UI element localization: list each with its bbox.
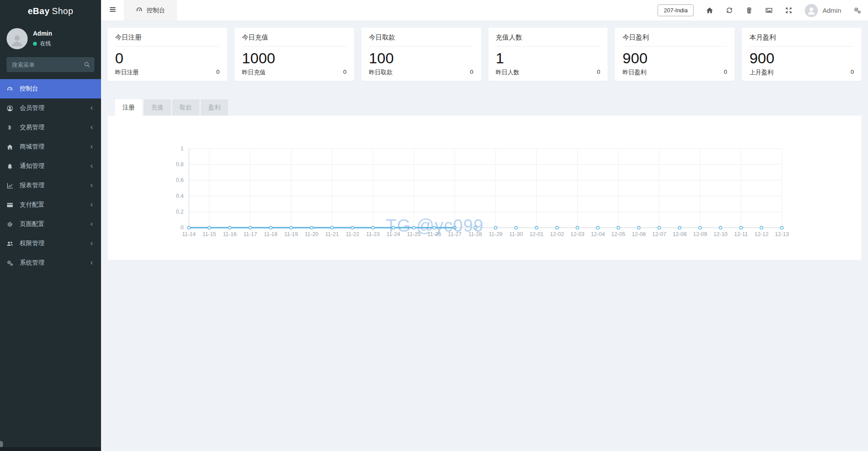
stat-card-title: 今日取款 bbox=[369, 33, 474, 42]
tab-register[interactable]: 注册 bbox=[115, 99, 142, 116]
stat-card-footer-value: 0 bbox=[470, 69, 474, 76]
logo-text-bold: eBay bbox=[28, 6, 50, 16]
sidebar-user-panel: Admin 在线 bbox=[0, 22, 101, 55]
stat-card-title: 本月盈利 bbox=[749, 33, 854, 42]
sidebar-item-label: 商城管理 bbox=[20, 143, 44, 151]
chart-panel: 10.80.60.40.2011-1411-1511-1611-1711-181… bbox=[108, 116, 861, 260]
stat-card-footer-label: 昨日注册 bbox=[115, 69, 139, 76]
svg-text:11-24: 11-24 bbox=[387, 231, 400, 237]
gear-icon bbox=[7, 221, 16, 228]
sidebar-item-transactions[interactable]: 交易管理 bbox=[0, 118, 101, 137]
home-icon[interactable] bbox=[706, 7, 713, 14]
svg-text:12-08: 12-08 bbox=[673, 231, 687, 237]
svg-text:1: 1 bbox=[181, 145, 184, 152]
sidebar-item-label: 会员管理 bbox=[20, 104, 44, 112]
refresh-icon[interactable] bbox=[726, 7, 733, 14]
stat-card-footer-value: 0 bbox=[216, 69, 220, 76]
stat-card-profit-today: 今日盈利900昨日盈利0 bbox=[615, 28, 734, 81]
svg-text:11-23: 11-23 bbox=[366, 231, 380, 237]
dashboard-content: 今日注册0昨日注册0今日充值1000昨日充值0今日取款100昨日取款0充值人数1… bbox=[101, 21, 868, 266]
svg-text:12-07: 12-07 bbox=[652, 231, 666, 237]
admin-dashboard: eBayShop Admin 在线 控制台会员管理交易管理商城管理通知管理报表管… bbox=[0, 0, 868, 451]
stat-card-footer-label: 昨日盈利 bbox=[622, 69, 646, 76]
svg-text:11-27: 11-27 bbox=[448, 231, 462, 237]
svg-text:11-21: 11-21 bbox=[325, 231, 339, 237]
svg-text:12-13: 12-13 bbox=[775, 231, 789, 237]
stat-card-title: 今日充值 bbox=[242, 33, 347, 42]
sidebar-item-label: 通知管理 bbox=[20, 162, 44, 170]
chevron-left-icon bbox=[89, 202, 94, 207]
stat-card-footer-value: 0 bbox=[597, 69, 600, 76]
stat-card-footer-value: 0 bbox=[724, 69, 727, 76]
divider bbox=[115, 46, 220, 47]
sidebar-item-system[interactable]: 系统管理 bbox=[0, 253, 101, 273]
stat-card-footer-label: 上月盈利 bbox=[749, 69, 773, 76]
stat-card-withdraw-today: 今日取款100昨日取款0 bbox=[362, 28, 481, 81]
sidebar-item-notifications[interactable]: 通知管理 bbox=[0, 156, 101, 176]
svg-text:11-14: 11-14 bbox=[182, 231, 195, 237]
main-area: 控制台 207-India Admin 今日注册0昨日注册0今日充值1000昨日… bbox=[101, 0, 868, 451]
sidebar-footer-strip bbox=[0, 447, 101, 451]
tab-profit[interactable]: 盈利 bbox=[201, 99, 228, 116]
stat-card-register-today: 今日注册0昨日注册0 bbox=[108, 28, 227, 81]
user-menu[interactable]: Admin bbox=[805, 4, 841, 17]
stat-card-footer-label: 昨日充值 bbox=[242, 69, 266, 76]
sidebar-item-reports[interactable]: 报表管理 bbox=[0, 176, 101, 195]
chevron-left-icon bbox=[89, 105, 94, 111]
bitcoin-icon bbox=[7, 124, 16, 131]
credit-card-icon bbox=[7, 202, 16, 208]
sidebar-item-pages[interactable]: 页面配置 bbox=[0, 215, 101, 234]
cogs-icon[interactable] bbox=[854, 7, 861, 14]
sidebar-item-members[interactable]: 会员管理 bbox=[0, 98, 101, 118]
stat-card-title: 充值人数 bbox=[496, 33, 600, 42]
stat-card-value: 1000 bbox=[242, 49, 347, 67]
stat-card-recharge-users: 充值人数1昨日人数0 bbox=[488, 28, 608, 81]
svg-text:11-16: 11-16 bbox=[223, 231, 237, 237]
sidebar-item-label: 页面配置 bbox=[20, 220, 44, 228]
tab-withdraw[interactable]: 取款 bbox=[172, 99, 199, 116]
chart-tabs: 注册充值取款盈利 bbox=[115, 99, 861, 116]
site-selector-button[interactable]: 207-India bbox=[658, 4, 694, 16]
svg-text:12-02: 12-02 bbox=[550, 231, 564, 237]
person-icon bbox=[807, 6, 816, 17]
divider bbox=[496, 46, 600, 47]
search-icon[interactable] bbox=[83, 61, 90, 68]
sidebar-item-permissions[interactable]: 权限管理 bbox=[0, 234, 101, 253]
registration-chart: 10.80.60.40.2011-1411-1511-1611-1711-181… bbox=[108, 116, 861, 262]
user-icon bbox=[7, 105, 16, 112]
menu-toggle-button[interactable] bbox=[101, 0, 124, 21]
divider bbox=[369, 46, 474, 47]
svg-text:11-17: 11-17 bbox=[243, 231, 257, 237]
fullscreen-icon[interactable] bbox=[785, 7, 792, 14]
tab-recharge[interactable]: 充值 bbox=[144, 99, 171, 116]
chevron-left-icon bbox=[89, 183, 94, 188]
stat-cards-row: 今日注册0昨日注册0今日充值1000昨日充值0今日取款100昨日取款0充值人数1… bbox=[108, 28, 861, 81]
svg-text:11-25: 11-25 bbox=[407, 231, 421, 237]
tab-dashboard-breadcrumb[interactable]: 控制台 bbox=[124, 0, 177, 21]
user-avatar bbox=[805, 4, 818, 17]
sidebar-item-dashboard[interactable]: 控制台 bbox=[0, 79, 101, 98]
sidebar-item-label: 支付配置 bbox=[20, 201, 44, 209]
stat-card-profit-month: 本月盈利900上月盈利0 bbox=[742, 28, 861, 81]
topbar-user-name: Admin bbox=[822, 7, 841, 14]
svg-text:11-15: 11-15 bbox=[203, 231, 216, 237]
stat-card-recharge-today: 今日充值1000昨日充值0 bbox=[235, 28, 354, 81]
stat-card-footer-value: 0 bbox=[343, 69, 347, 76]
stat-card-value: 100 bbox=[369, 49, 474, 67]
sidebar-item-label: 控制台 bbox=[20, 85, 38, 93]
image-icon[interactable] bbox=[765, 7, 773, 14]
sidebar-item-payment[interactable]: 支付配置 bbox=[0, 195, 101, 215]
app-logo: eBayShop bbox=[0, 0, 101, 22]
online-status-label: 在线 bbox=[40, 40, 51, 47]
svg-text:11-19: 11-19 bbox=[284, 231, 298, 237]
tachometer-icon bbox=[7, 86, 16, 92]
trash-icon[interactable] bbox=[745, 7, 753, 14]
svg-text:11-18: 11-18 bbox=[264, 231, 278, 237]
cogs-icon bbox=[7, 260, 16, 266]
divider bbox=[242, 46, 347, 47]
stat-card-value: 1 bbox=[496, 49, 600, 67]
svg-text:12-04: 12-04 bbox=[591, 231, 605, 237]
sidebar-search-input[interactable] bbox=[7, 57, 94, 72]
sidebar-item-mall[interactable]: 商城管理 bbox=[0, 137, 101, 156]
svg-text:0.6: 0.6 bbox=[176, 177, 184, 183]
